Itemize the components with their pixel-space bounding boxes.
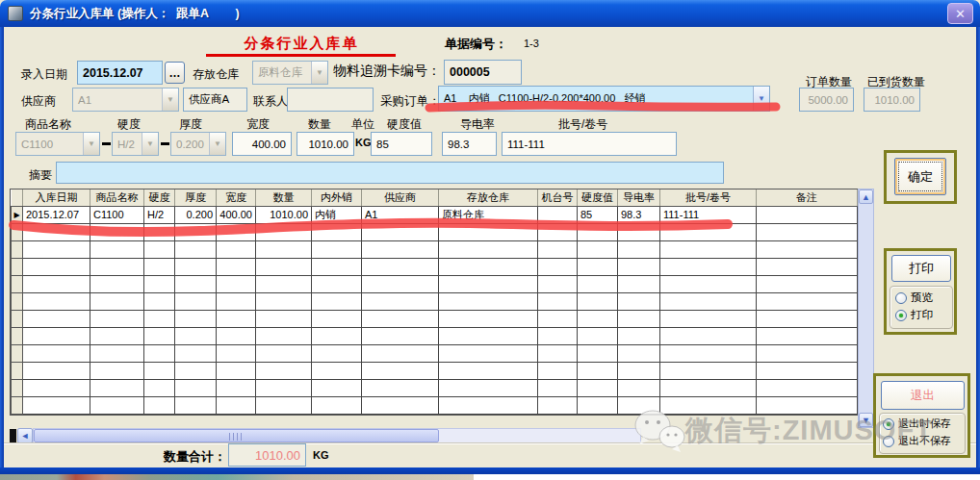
table-cell[interactable] xyxy=(578,344,618,362)
trace-no-field[interactable]: 000005 xyxy=(444,60,522,85)
table-cell[interactable] xyxy=(439,258,538,275)
table-cell[interactable] xyxy=(312,240,362,258)
table-cell[interactable] xyxy=(256,258,312,275)
table-cell[interactable] xyxy=(144,292,175,310)
table-cell[interactable] xyxy=(362,379,439,396)
row-selector-cell[interactable] xyxy=(12,258,23,275)
table-cell[interactable] xyxy=(175,240,217,258)
table-cell[interactable] xyxy=(256,292,312,310)
hardness-value-field[interactable]: 85 xyxy=(371,132,432,156)
summary-field[interactable] xyxy=(56,162,724,184)
radio-preview[interactable]: 预览 xyxy=(895,291,933,305)
table-cell[interactable] xyxy=(144,344,175,362)
table-row[interactable] xyxy=(12,327,858,344)
table-cell[interactable] xyxy=(312,362,362,379)
table-cell[interactable] xyxy=(578,275,618,292)
table-cell[interactable] xyxy=(144,396,175,414)
table-cell[interactable] xyxy=(618,379,660,396)
table-cell[interactable] xyxy=(660,258,757,275)
table-cell[interactable] xyxy=(362,292,439,310)
table-row[interactable] xyxy=(12,310,858,327)
table-cell[interactable] xyxy=(660,379,757,396)
table-cell[interactable] xyxy=(144,240,175,258)
table-cell[interactable] xyxy=(538,240,578,258)
table-cell[interactable] xyxy=(312,292,362,310)
table-cell[interactable] xyxy=(362,275,439,292)
table-cell[interactable] xyxy=(757,344,858,362)
table-cell[interactable] xyxy=(538,258,578,275)
table-cell[interactable] xyxy=(362,223,439,240)
table-cell[interactable] xyxy=(217,258,256,275)
table-cell[interactable] xyxy=(439,223,538,240)
table-row[interactable] xyxy=(12,292,858,310)
radio-no-save-on-exit[interactable]: 退出不保存 xyxy=(883,434,951,448)
table-cell[interactable]: A1 xyxy=(362,206,439,223)
table-cell[interactable] xyxy=(23,327,90,344)
table-cell[interactable] xyxy=(90,362,144,379)
table-cell[interactable] xyxy=(578,223,618,240)
table-cell[interactable] xyxy=(217,362,256,379)
table-cell[interactable] xyxy=(362,362,439,379)
table-cell[interactable] xyxy=(660,327,757,344)
table-cell[interactable] xyxy=(538,344,578,362)
row-selector-cell[interactable]: ▶ xyxy=(12,206,23,223)
table-cell[interactable] xyxy=(618,292,660,310)
table-cell[interactable] xyxy=(660,240,757,258)
scroll-down-button[interactable]: ▼ xyxy=(859,413,873,427)
table-cell[interactable] xyxy=(256,379,312,396)
table-cell[interactable] xyxy=(578,362,618,379)
table-cell[interactable] xyxy=(175,275,217,292)
contact-field[interactable] xyxy=(287,88,374,112)
table-cell[interactable]: 2015.12.07 xyxy=(23,206,90,223)
table-cell[interactable] xyxy=(660,275,757,292)
table-cell[interactable] xyxy=(175,396,217,414)
table-cell[interactable] xyxy=(757,223,858,240)
table-cell[interactable]: 原料仓库 xyxy=(439,206,538,223)
row-selector-cell[interactable] xyxy=(12,396,23,414)
table-row[interactable] xyxy=(12,275,858,292)
table-cell[interactable] xyxy=(660,310,757,327)
table-cell[interactable] xyxy=(90,223,144,240)
scroll-left-button[interactable]: ◄ xyxy=(17,428,33,443)
table-cell[interactable]: 0.200 xyxy=(175,206,217,223)
table-cell[interactable] xyxy=(175,362,217,379)
exit-button[interactable]: 退出 xyxy=(881,381,965,410)
table-cell[interactable] xyxy=(660,396,757,414)
table-cell[interactable] xyxy=(90,258,144,275)
table-cell[interactable] xyxy=(538,206,578,223)
table-cell[interactable] xyxy=(312,327,362,344)
table-cell[interactable] xyxy=(618,327,660,344)
table-cell[interactable] xyxy=(538,327,578,344)
row-selector-cell[interactable] xyxy=(12,240,23,258)
table-cell[interactable] xyxy=(256,310,312,327)
table-cell[interactable] xyxy=(217,344,256,362)
table-cell[interactable] xyxy=(757,310,858,327)
table-cell[interactable] xyxy=(217,275,256,292)
table-cell[interactable] xyxy=(618,344,660,362)
table-cell[interactable] xyxy=(312,275,362,292)
supplier-name-field[interactable]: 供应商A xyxy=(183,88,247,112)
table-cell[interactable] xyxy=(90,310,144,327)
table-cell[interactable] xyxy=(217,240,256,258)
table-cell[interactable] xyxy=(23,275,90,292)
horizontal-scroll-thumb[interactable] xyxy=(34,429,439,442)
table-cell[interactable]: 1010.00 xyxy=(256,206,312,223)
table-cell[interactable] xyxy=(362,344,439,362)
table-cell[interactable] xyxy=(175,258,217,275)
table-cell[interactable] xyxy=(175,310,217,327)
table-cell[interactable] xyxy=(312,310,362,327)
table-cell[interactable]: 111-111 xyxy=(660,206,757,223)
table-cell[interactable] xyxy=(362,396,439,414)
table-cell[interactable] xyxy=(578,379,618,396)
table-cell[interactable] xyxy=(618,310,660,327)
table-cell[interactable] xyxy=(23,258,90,275)
table-cell[interactable] xyxy=(439,310,538,327)
date-picker-button[interactable]: … xyxy=(165,62,185,84)
table-cell[interactable] xyxy=(23,362,90,379)
table-cell[interactable] xyxy=(144,327,175,344)
table-row[interactable] xyxy=(12,258,858,275)
table-row[interactable]: ▶2015.12.07C1100H/20.200400.001010.00内销A… xyxy=(12,206,858,223)
table-cell[interactable] xyxy=(757,275,858,292)
table-row[interactable] xyxy=(12,379,858,396)
table-cell[interactable] xyxy=(439,292,538,310)
